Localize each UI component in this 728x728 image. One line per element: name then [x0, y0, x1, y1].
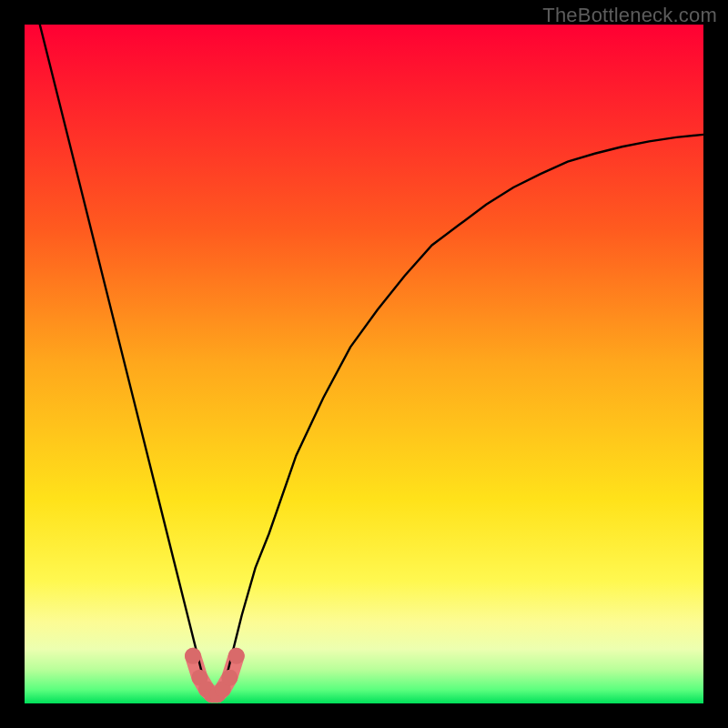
marker-dot	[228, 648, 245, 664]
marker-dot	[221, 670, 238, 686]
chart-svg	[25, 25, 703, 703]
gradient-background	[25, 25, 703, 703]
chart-frame: TheBottleneck.com	[0, 0, 728, 728]
marker-dot	[185, 648, 201, 664]
watermark-text: TheBottleneck.com	[542, 4, 717, 27]
plot-area	[25, 25, 703, 703]
